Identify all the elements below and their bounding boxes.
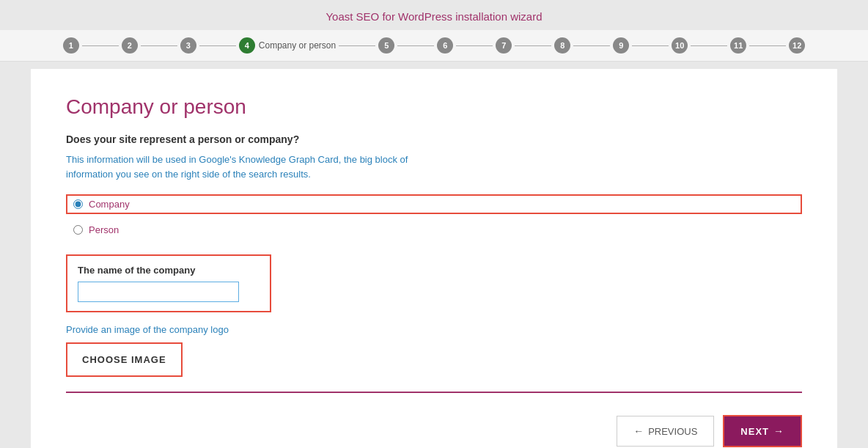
step-2[interactable]: 2 (122, 37, 138, 54)
question-label: Does your site represent a person or com… (66, 133, 802, 145)
step-3[interactable]: 3 (180, 37, 196, 54)
step-1[interactable]: 1 (63, 37, 79, 54)
main-card: Company or person Does your site represe… (31, 69, 837, 448)
page-title: Yoast SEO for WordPress installation wiz… (326, 0, 542, 30)
step-circle-1: 1 (63, 37, 79, 54)
step-line-9 (632, 45, 669, 46)
next-arrow-icon: → (773, 425, 784, 437)
wizard-steps: 1 2 3 4 Company or person 5 6 7 8 9 10 1… (0, 30, 868, 62)
step-line-6 (456, 45, 493, 46)
step-line-2 (141, 45, 177, 46)
step-7[interactable]: 7 (496, 37, 512, 54)
step-circle-3: 3 (180, 37, 196, 54)
company-name-label: The name of the company (78, 265, 260, 276)
step-circle-4: 4 (239, 37, 255, 54)
step-4[interactable]: 4 Company or person (239, 37, 336, 54)
step-11[interactable]: 11 (730, 37, 746, 54)
step-6[interactable]: 6 (437, 37, 453, 54)
step-5[interactable]: 5 (378, 37, 394, 54)
previous-label: PREVIOUS (648, 426, 697, 437)
step-circle-7: 7 (496, 37, 512, 54)
footer-buttons: ← PREVIOUS NEXT → (66, 408, 802, 448)
step-8[interactable]: 8 (554, 37, 570, 54)
radio-group: Company Person (66, 194, 802, 240)
step-line-8 (573, 45, 610, 46)
company-label[interactable]: Company (89, 199, 130, 210)
image-section: Provide an image of the company logo CHO… (66, 324, 802, 377)
step-line-3 (199, 45, 236, 46)
company-option[interactable]: Company (66, 194, 802, 214)
prev-arrow-icon: ← (633, 425, 644, 437)
step-circle-10: 10 (672, 37, 688, 54)
step-circle-6: 6 (437, 37, 453, 54)
card-title: Company or person (66, 95, 802, 119)
info-text: This information will be used in Google'… (66, 153, 418, 181)
next-label: NEXT (740, 426, 769, 437)
step-4-label: Company or person (259, 40, 336, 51)
step-9[interactable]: 9 (613, 37, 629, 54)
step-circle-2: 2 (122, 37, 138, 54)
step-10[interactable]: 10 (672, 37, 688, 54)
step-line-7 (515, 45, 551, 46)
choose-image-button[interactable]: CHOOSE IMAGE (66, 342, 183, 377)
company-name-input[interactable] (78, 282, 239, 302)
step-circle-9: 9 (613, 37, 629, 54)
next-button[interactable]: NEXT → (723, 415, 802, 447)
step-line-4 (339, 45, 375, 46)
section-divider (66, 392, 802, 393)
company-radio[interactable] (73, 199, 83, 209)
step-12[interactable]: 12 (789, 37, 805, 54)
step-circle-12: 12 (789, 37, 805, 54)
step-line-1 (82, 45, 119, 46)
person-radio[interactable] (73, 225, 83, 235)
step-line-10 (691, 45, 727, 46)
step-line-5 (397, 45, 434, 46)
step-circle-8: 8 (554, 37, 570, 54)
person-option[interactable]: Person (66, 220, 802, 240)
previous-button[interactable]: ← PREVIOUS (617, 416, 714, 447)
step-circle-5: 5 (378, 37, 394, 54)
company-name-section: The name of the company (66, 254, 271, 312)
step-line-11 (749, 45, 786, 46)
step-circle-11: 11 (730, 37, 746, 54)
person-label[interactable]: Person (89, 224, 119, 235)
image-label: Provide an image of the company logo (66, 324, 802, 335)
